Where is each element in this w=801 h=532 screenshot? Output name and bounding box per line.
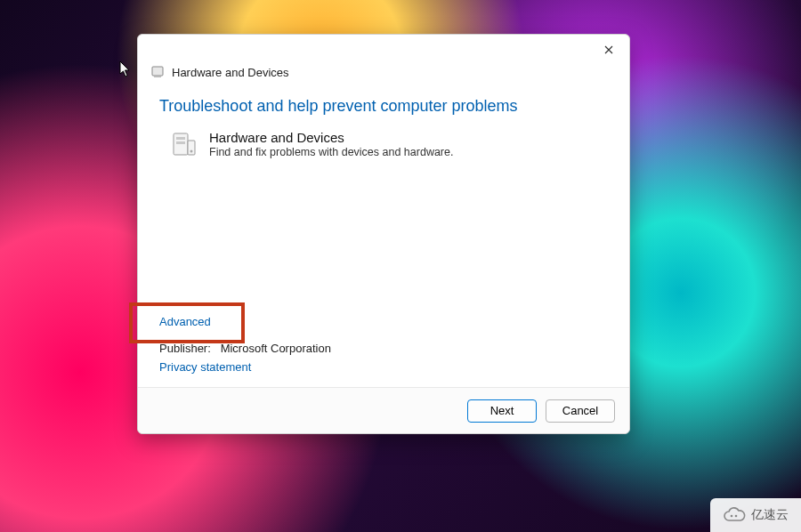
privacy-statement-link[interactable]: Privacy statement [159, 360, 251, 374]
section-heading: Troubleshoot and help prevent computer p… [159, 97, 608, 116]
dialog-footer: Next Cancel [138, 387, 629, 433]
item-title: Hardware and Devices [209, 130, 453, 145]
troubleshooter-item-text: Hardware and Devices Find and fix proble… [209, 130, 453, 158]
watermark: 亿速云 [710, 498, 801, 532]
publisher-value: Microsoft Corporation [221, 342, 331, 355]
svg-rect-4 [176, 141, 185, 144]
publisher-label: Publisher: [159, 342, 211, 355]
dialog-content: Troubleshoot and help prevent computer p… [138, 83, 629, 387]
hardware-devices-icon [172, 130, 197, 158]
publisher-line: Publisher: Microsoft Corporation [159, 342, 608, 355]
troubleshooter-dialog: Hardware and Devices Troubleshoot and he… [137, 34, 630, 434]
svg-rect-3 [176, 137, 185, 140]
next-button[interactable]: Next [467, 399, 537, 423]
advanced-link[interactable]: Advanced [159, 315, 211, 328]
cancel-button[interactable]: Cancel [546, 399, 615, 423]
svg-point-7 [731, 515, 733, 518]
cloud-icon [723, 507, 746, 523]
svg-point-8 [735, 515, 738, 518]
dialog-header: Hardware and Devices [138, 65, 629, 83]
watermark-text: 亿速云 [751, 507, 789, 523]
dialog-title: Hardware and Devices [172, 66, 289, 79]
advanced-section: Advanced [138, 313, 608, 329]
svg-rect-1 [154, 76, 161, 77]
item-description: Find and fix problems with devices and h… [209, 146, 453, 158]
troubleshooter-item: Hardware and Devices Find and fix proble… [159, 128, 608, 164]
svg-point-6 [190, 150, 193, 153]
titlebar [138, 35, 629, 65]
svg-rect-5 [188, 141, 195, 155]
close-button[interactable] [590, 36, 627, 63]
svg-rect-0 [152, 67, 163, 76]
close-icon [604, 45, 613, 54]
hardware-icon [150, 65, 165, 79]
